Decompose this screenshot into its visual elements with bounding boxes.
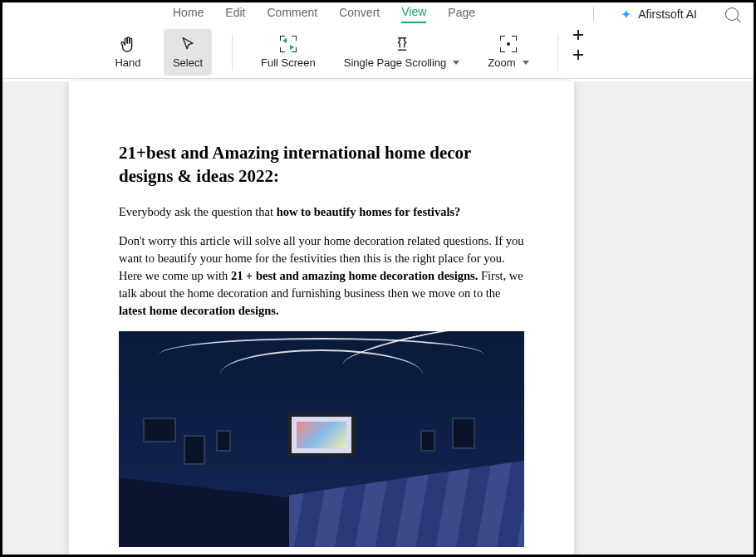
document-page: 21+best and Amazing international home d…: [69, 81, 574, 555]
view-ribbon: Hand Select Full Screen Single Page Scro…: [2, 26, 754, 79]
page-scroll-icon: [393, 35, 411, 53]
ai-label: Afirstsoft AI: [638, 7, 697, 21]
zoom-button[interactable]: Zoom: [479, 29, 537, 76]
tab-convert[interactable]: Convert: [339, 6, 380, 22]
doc-paragraph-1: Everybody ask the question that how to b…: [119, 203, 524, 221]
menu-bar: Home Edit Comment Convert View Page ✦ Af…: [2, 2, 754, 26]
document-workspace[interactable]: 21+best and Amazing international home d…: [2, 81, 754, 555]
select-tool-button[interactable]: Select: [164, 29, 212, 76]
chevron-down-icon: [453, 61, 459, 65]
hand-tool-button[interactable]: Hand: [104, 29, 152, 76]
doc-paragraph-2: Don't worry this article will solve all …: [119, 232, 524, 320]
fullscreen-label: Full Screen: [261, 56, 316, 69]
fullscreen-icon: [279, 35, 297, 53]
single-page-scrolling-button[interactable]: Single Page Scrolling: [336, 29, 469, 76]
select-tool-label: Select: [173, 56, 203, 69]
chevron-down-icon: [523, 61, 529, 65]
tab-home[interactable]: Home: [173, 6, 204, 22]
ribbon-divider: [232, 34, 233, 71]
tv-screen-in-image: [288, 413, 355, 457]
doc-image-interior: [119, 331, 524, 547]
tab-view[interactable]: View: [401, 5, 426, 23]
search-icon[interactable]: [725, 7, 739, 21]
sparkle-icon: ✦: [621, 7, 631, 22]
zoom-label: Zoom: [488, 56, 515, 69]
hand-icon: [119, 35, 137, 53]
ribbon-divider: [557, 34, 558, 71]
doc-title: 21+best and Amazing international home d…: [119, 141, 524, 188]
tab-comment[interactable]: Comment: [267, 6, 317, 22]
fullscreen-button[interactable]: Full Screen: [253, 29, 324, 76]
hand-tool-label: Hand: [115, 56, 140, 69]
tab-edit[interactable]: Edit: [225, 6, 245, 22]
fit-width-button[interactable]: [578, 55, 593, 70]
fit-page-button[interactable]: [578, 35, 593, 50]
menu-divider: [593, 7, 594, 22]
cursor-icon: [179, 35, 197, 53]
zoom-icon: [499, 35, 518, 53]
single-page-scrolling-label: Single Page Scrolling: [344, 56, 447, 69]
tab-page[interactable]: Page: [448, 6, 475, 22]
ai-assistant-button[interactable]: ✦ Afirstsoft AI: [621, 7, 697, 22]
